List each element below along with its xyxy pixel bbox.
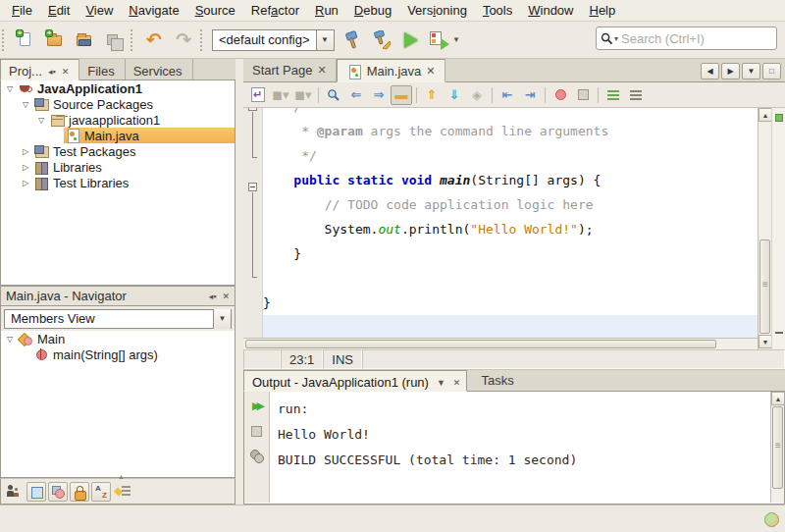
find-button[interactable]	[323, 85, 344, 105]
output-scrollbar[interactable]: ▲	[770, 392, 784, 503]
editor-gutter[interactable]	[243, 108, 263, 338]
code-line[interactable]: /**	[263, 108, 758, 119]
tab-output[interactable]: Output - JavaApplication1 (run) ▼ ✕	[243, 370, 467, 392]
stop-build-button[interactable]	[248, 423, 266, 439]
scrollbar-thumb[interactable]	[759, 239, 770, 334]
menu-view[interactable]: View	[78, 1, 121, 20]
build-project-button[interactable]	[338, 26, 367, 55]
editor-vertical-scrollbar[interactable]: ▲ ▼	[758, 108, 771, 349]
editor-tab-start-page[interactable]: Start Page✕	[243, 59, 337, 81]
sort-alphabetically-button[interactable]	[91, 482, 111, 502]
code-area[interactable]: /** * @param args the command line argum…	[263, 108, 758, 338]
quick-search[interactable]: ▾	[596, 27, 777, 50]
scroll-up-button[interactable]: ▲	[759, 108, 772, 122]
find-previous-button[interactable]: ⇐	[345, 85, 367, 105]
close-icon[interactable]: ✕	[426, 65, 435, 78]
editor-tab-main-java[interactable]: Main.java✕	[337, 59, 445, 82]
expander-icon[interactable]: ▽	[3, 84, 17, 93]
scrollbar-thumb[interactable]	[772, 406, 783, 489]
tree-item-javaapplication1[interactable]: ▽javaapplication1	[1, 112, 235, 128]
new-project-button[interactable]: +	[40, 26, 70, 55]
forward-button[interactable]: ◼▾	[292, 85, 314, 105]
background-scanning-icon[interactable]	[764, 512, 779, 527]
toolbar-grip[interactable]	[131, 29, 137, 51]
code-line[interactable]: public static void main(String[] args) {	[263, 168, 758, 192]
rerun-button[interactable]: ▶▶	[248, 398, 266, 413]
editor[interactable]: /** * @param args the command line argum…	[243, 108, 785, 349]
code-line[interactable]: }	[263, 291, 758, 315]
tree-item-main-java[interactable]: Main.java	[1, 128, 235, 143]
tree-item-test-packages[interactable]: ▷Test Packages	[1, 143, 235, 159]
code-line[interactable]: */	[263, 143, 758, 168]
menu-edit[interactable]: Edit	[40, 1, 78, 20]
expander-icon[interactable]: ▽	[3, 335, 17, 344]
menu-file[interactable]: File	[4, 1, 40, 20]
code-line[interactable]: * @param args the command line arguments	[263, 119, 758, 143]
next-bookmark-button[interactable]: ⇓	[444, 85, 465, 105]
chevron-down-icon[interactable]: ▾	[614, 34, 618, 43]
tree-item-test-libraries[interactable]: ▷Test Libraries	[1, 175, 235, 190]
tab-files[interactable]: Files	[79, 59, 125, 80]
toolbar-grip[interactable]	[200, 29, 207, 51]
scroll-up-button[interactable]: ▲	[771, 392, 785, 405]
splitter-grip-icon[interactable]: ▲	[118, 473, 125, 480]
tree-item-javaapplication1[interactable]: ▽JavaApplication1	[1, 80, 235, 96]
clean-build-project-button[interactable]	[367, 26, 396, 55]
tab-tasks[interactable]: Tasks	[467, 370, 527, 391]
shift-left-button[interactable]: ⇤	[497, 85, 518, 105]
search-input[interactable]	[621, 31, 772, 46]
debug-project-button[interactable]: ▼	[426, 26, 465, 55]
save-all-button[interactable]	[99, 26, 129, 55]
stop-macro-recording-button[interactable]	[572, 85, 594, 105]
toggle-bookmark-button[interactable]: ◈	[466, 85, 488, 105]
fold-marker[interactable]	[248, 183, 257, 191]
caret-line[interactable]	[263, 315, 758, 338]
show-non-public-members-button[interactable]	[48, 482, 68, 502]
scroll-tabs-right-button[interactable]: ▶	[721, 63, 740, 80]
menu-navigate[interactable]: Navigate	[121, 1, 186, 20]
expander-icon[interactable]: ▽	[19, 100, 32, 109]
close-icon[interactable]: ✕	[62, 67, 70, 77]
ant-settings-button[interactable]	[248, 449, 266, 464]
scroll-down-button[interactable]: ▼	[759, 335, 772, 348]
maximize-window-button[interactable]: □	[762, 63, 781, 80]
expander-icon[interactable]: ▷	[19, 147, 32, 156]
sort-by-source-button[interactable]	[113, 482, 132, 502]
menu-source[interactable]: Source	[187, 1, 243, 20]
redo-button[interactable]: ↷	[169, 26, 198, 55]
tree-item-main[interactable]: ▽Main	[1, 331, 235, 346]
tree-item-main-string-args[interactable]: main(String[] args)	[1, 346, 235, 362]
menu-window[interactable]: Window	[520, 1, 581, 20]
toolbar-grip[interactable]	[2, 29, 9, 51]
scrollbar-thumb[interactable]	[245, 340, 716, 348]
toggle-highlight-button[interactable]: ▬	[391, 85, 412, 105]
minimize-window-icon[interactable]: ▼	[437, 378, 445, 388]
tab-proj[interactable]: Proj...◂▪✕	[0, 59, 79, 80]
uncomment-button[interactable]	[625, 85, 647, 105]
show-inherited-members-button[interactable]	[5, 482, 25, 502]
close-icon[interactable]: ✕	[317, 64, 326, 77]
tree-item-libraries[interactable]: ▷Libraries	[1, 159, 235, 175]
vertical-splitter[interactable]	[236, 59, 243, 505]
start-macro-recording-button[interactable]	[550, 85, 571, 105]
tree-item-source-packages[interactable]: ▽Source Packages	[1, 96, 235, 112]
code-line[interactable]	[263, 266, 758, 291]
find-next-button[interactable]: ⇒	[368, 85, 390, 105]
shift-right-button[interactable]: ⇥	[519, 85, 541, 105]
expander-icon[interactable]: ▷	[19, 163, 32, 172]
menu-help[interactable]: Help	[581, 1, 623, 20]
config-combobox[interactable]: <default config> ▼	[212, 29, 335, 51]
comment-button[interactable]	[602, 85, 624, 105]
editor-horizontal-scrollbar[interactable]	[243, 338, 758, 349]
show-fields-button[interactable]	[26, 482, 46, 502]
menu-debug[interactable]: Debug	[346, 1, 399, 20]
tab-services[interactable]: Services	[126, 59, 193, 80]
scroll-tabs-left-button[interactable]: ◀	[701, 63, 719, 80]
new-file-button[interactable]: +	[11, 26, 40, 55]
code-line[interactable]: System.out.println("Hello World!");	[263, 217, 758, 241]
expander-icon[interactable]: ▷	[19, 179, 32, 187]
fold-marker[interactable]	[248, 108, 257, 111]
close-icon[interactable]: ✕	[453, 378, 461, 388]
back-button[interactable]: ◼▾	[270, 85, 291, 105]
show-static-members-button[interactable]	[70, 482, 89, 502]
